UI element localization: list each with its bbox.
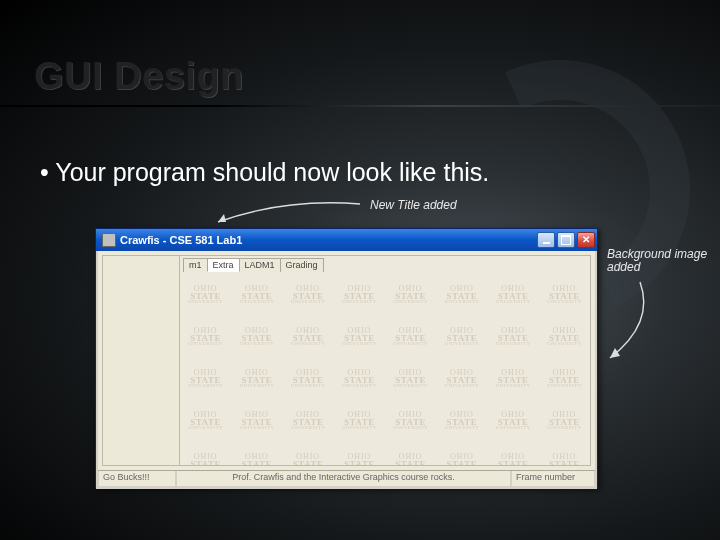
bg-logo-tile: OHIOSTATEUNIVERSITY (231, 442, 282, 466)
tab-extra[interactable]: Extra (207, 258, 240, 272)
arrow-to-titlebar (210, 200, 365, 228)
title-underline (0, 105, 720, 107)
main-panel: m1 Extra LADM1 Grading OHIOSTATEUNIVERSI… (180, 255, 591, 466)
bg-logo-tile: OHIOSTATEUNIVERSITY (283, 274, 334, 316)
close-button[interactable]: ✕ (577, 232, 595, 248)
bg-logo-tile: OHIOSTATEUNIVERSITY (334, 358, 385, 400)
window-buttons: ✕ (537, 232, 595, 248)
bg-logo-tile: OHIOSTATEUNIVERSITY (180, 442, 231, 466)
bg-logo-tile: OHIOSTATEUNIVERSITY (436, 442, 487, 466)
background-image-tile: OHIOSTATEUNIVERSITYOHIOSTATEUNIVERSITYOH… (180, 256, 590, 465)
window-body: m1 Extra LADM1 Grading OHIOSTATEUNIVERSI… (96, 251, 597, 489)
arrow-to-background (600, 278, 660, 368)
app-icon (102, 233, 116, 247)
tab-ladm1[interactable]: LADM1 (239, 258, 281, 272)
status-right: Frame number (511, 471, 595, 487)
bg-logo-tile: OHIOSTATEUNIVERSITY (488, 400, 539, 442)
bg-logo-tile: OHIOSTATEUNIVERSITY (283, 316, 334, 358)
minimize-button[interactable] (537, 232, 555, 248)
bg-logo-tile: OHIOSTATEUNIVERSITY (180, 400, 231, 442)
bg-logo-tile: OHIOSTATEUNIVERSITY (180, 316, 231, 358)
left-panel (102, 255, 180, 466)
bg-logo-tile: OHIOSTATEUNIVERSITY (334, 442, 385, 466)
bg-logo-tile: OHIOSTATEUNIVERSITY (231, 400, 282, 442)
titlebar[interactable]: Crawfis - CSE 581 Lab1 ✕ (96, 229, 597, 251)
bg-logo-tile: OHIOSTATEUNIVERSITY (180, 274, 231, 316)
bg-logo-tile: OHIOSTATEUNIVERSITY (385, 274, 436, 316)
bg-logo-tile: OHIOSTATEUNIVERSITY (231, 274, 282, 316)
tab-grading[interactable]: Grading (280, 258, 324, 272)
status-left: Go Bucks!!! (98, 471, 176, 487)
status-center: Prof. Crawfis and the Interactive Graphi… (176, 471, 511, 487)
bg-logo-tile: OHIOSTATEUNIVERSITY (488, 442, 539, 466)
bg-logo-tile: OHIOSTATEUNIVERSITY (539, 358, 590, 400)
slide-title: GUI Design (34, 55, 244, 98)
annotation-new-title: New Title added (370, 198, 457, 212)
bg-logo-tile: OHIOSTATEUNIVERSITY (539, 400, 590, 442)
bg-logo-tile: OHIOSTATEUNIVERSITY (539, 442, 590, 466)
bg-logo-tile: OHIOSTATEUNIVERSITY (231, 316, 282, 358)
bg-logo-tile: OHIOSTATEUNIVERSITY (488, 358, 539, 400)
panel-tabs: m1 Extra LADM1 Grading (183, 258, 323, 272)
bullet-text: • Your program should now look like this… (40, 158, 489, 187)
bg-logo-tile: OHIOSTATEUNIVERSITY (283, 400, 334, 442)
bg-logo-tile: OHIOSTATEUNIVERSITY (436, 358, 487, 400)
bg-logo-tile: OHIOSTATEUNIVERSITY (334, 400, 385, 442)
bg-logo-tile: OHIOSTATEUNIVERSITY (385, 400, 436, 442)
bg-logo-tile: OHIOSTATEUNIVERSITY (539, 316, 590, 358)
bg-logo-tile: OHIOSTATEUNIVERSITY (436, 274, 487, 316)
tab-m1[interactable]: m1 (183, 258, 208, 272)
window-title: Crawfis - CSE 581 Lab1 (120, 234, 537, 246)
bg-logo-tile: OHIOSTATEUNIVERSITY (436, 400, 487, 442)
bg-logo-tile: OHIOSTATEUNIVERSITY (283, 442, 334, 466)
bg-logo-tile: OHIOSTATEUNIVERSITY (385, 442, 436, 466)
bg-logo-tile: OHIOSTATEUNIVERSITY (180, 358, 231, 400)
bg-logo-tile: OHIOSTATEUNIVERSITY (231, 358, 282, 400)
bg-logo-tile: OHIOSTATEUNIVERSITY (488, 316, 539, 358)
maximize-button[interactable] (557, 232, 575, 248)
bg-logo-tile: OHIOSTATEUNIVERSITY (539, 274, 590, 316)
annotation-background-image: Background image added (607, 248, 720, 274)
bg-logo-tile: OHIOSTATEUNIVERSITY (283, 358, 334, 400)
bg-logo-tile: OHIOSTATEUNIVERSITY (385, 358, 436, 400)
bg-logo-tile: OHIOSTATEUNIVERSITY (334, 274, 385, 316)
bg-logo-tile: OHIOSTATEUNIVERSITY (385, 316, 436, 358)
status-bar: Go Bucks!!! Prof. Crawfis and the Intera… (98, 470, 595, 487)
app-window: Crawfis - CSE 581 Lab1 ✕ m1 Extra LADM1 … (95, 228, 598, 488)
bg-logo-tile: OHIOSTATEUNIVERSITY (488, 274, 539, 316)
bg-logo-tile: OHIOSTATEUNIVERSITY (334, 316, 385, 358)
bg-logo-tile: OHIOSTATEUNIVERSITY (436, 316, 487, 358)
